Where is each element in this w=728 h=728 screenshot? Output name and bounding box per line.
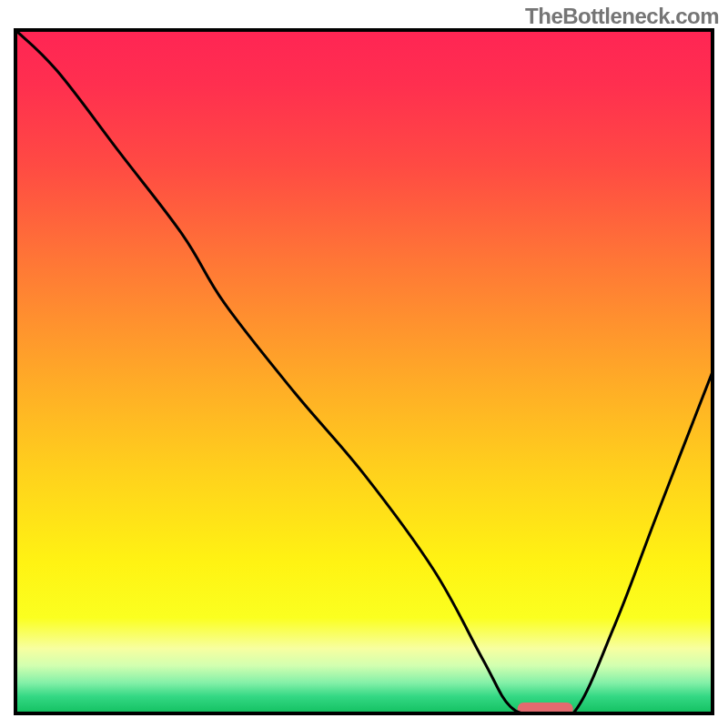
bottleneck-chart xyxy=(0,0,728,728)
gradient-background xyxy=(15,30,713,713)
chart-container: TheBottleneck.com xyxy=(0,0,728,728)
watermark-text: TheBottleneck.com xyxy=(525,4,719,29)
